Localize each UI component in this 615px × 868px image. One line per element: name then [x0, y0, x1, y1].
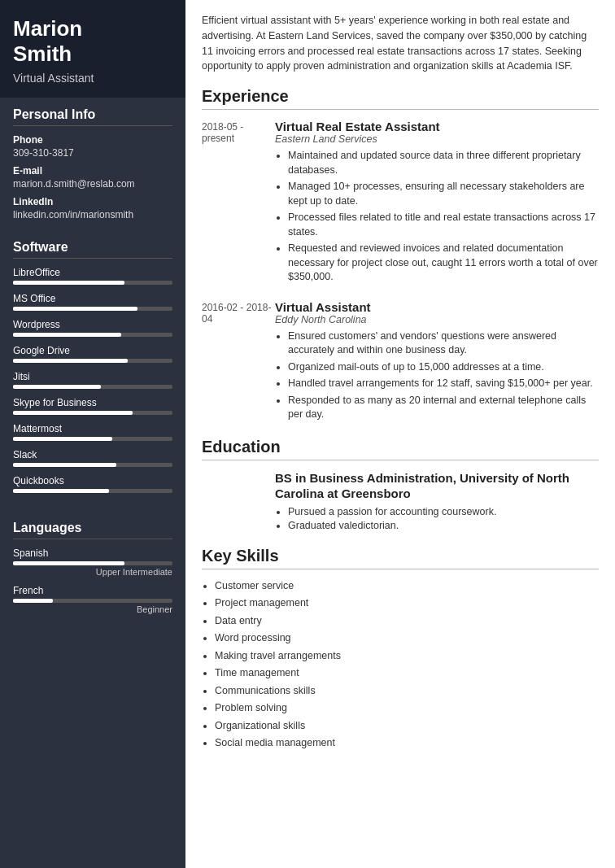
skill-bar-fill — [13, 411, 133, 415]
skill-bar-bg — [13, 307, 172, 311]
skill-item: Social media management — [215, 736, 599, 751]
exp-bullets: Ensured customers' and vendors' question… — [288, 329, 599, 422]
bullet-item: Managed 10+ processes, ensuring all nece… — [288, 180, 599, 208]
skill-bar-fill — [13, 437, 112, 441]
main-content: Efficient virtual assistant with 5+ year… — [185, 0, 615, 868]
skill-bar-fill — [13, 359, 128, 363]
skill-bar-bg — [13, 463, 172, 467]
skills-column: Customer serviceProject managementData e… — [202, 579, 599, 754]
skill-bar-fill — [13, 333, 121, 337]
exp-content: Virtual Real Estate Assistant Eastern La… — [275, 120, 599, 287]
experience-list: 2018-05 - present Virtual Real Estate As… — [202, 120, 599, 425]
exp-date: 2018-05 - present — [202, 120, 275, 287]
skill-bar-bg — [13, 489, 172, 493]
bullet-item: Graduated valedictorian. — [288, 520, 599, 531]
education-entry: BS in Business Administration, Universit… — [202, 470, 599, 534]
edu-content: BS in Business Administration, Universit… — [275, 470, 599, 534]
software-skill-item: Quickbooks — [13, 475, 172, 493]
bullet-item: Responded to as many as 20 internal and … — [288, 394, 599, 422]
skill-name: Slack — [13, 449, 172, 460]
skill-name: Quickbooks — [13, 475, 172, 486]
edu-date — [202, 470, 275, 534]
language-bar-bg — [13, 599, 172, 603]
exp-date: 2016-02 - 2018-04 — [202, 300, 275, 425]
language-item: French Beginner — [13, 585, 172, 614]
software-title: Software — [13, 240, 172, 259]
skill-bar-bg — [13, 281, 172, 285]
software-skill-item: Google Drive — [13, 345, 172, 363]
language-name: Spanish — [13, 547, 172, 559]
language-bar-bg — [13, 561, 172, 565]
software-skill-item: Wordpress — [13, 319, 172, 337]
phone-value: 309-310-3817 — [13, 147, 172, 159]
bullet-item: Processed files related to title and rea… — [288, 211, 599, 239]
exp-bullets: Maintained and updated source data in th… — [288, 149, 599, 285]
sidebar-header: Marion Smith Virtual Assistant — [0, 0, 185, 98]
skill-name: LibreOffice — [13, 267, 172, 278]
skill-bar-bg — [13, 359, 172, 363]
exp-company: Eddy North Carolina — [275, 314, 599, 325]
bullet-item: Maintained and updated source data in th… — [288, 149, 599, 177]
personal-info-title: Personal Info — [13, 107, 172, 126]
language-level: Upper Intermediate — [13, 567, 172, 577]
exp-job-title: Virtual Real Estate Assistant — [275, 120, 599, 133]
email-label: E-mail — [13, 165, 172, 177]
language-name: French — [13, 585, 172, 596]
candidate-name: Marion Smith — [13, 16, 172, 67]
skill-item: Data entry — [215, 614, 599, 629]
exp-company: Eastern Land Services — [275, 133, 599, 145]
skill-bar-fill — [13, 385, 101, 389]
bullet-item: Ensured customers' and vendors' question… — [288, 329, 599, 358]
skills-list: Customer serviceProject managementData e… — [202, 579, 599, 754]
software-section: Software LibreOffice MS Office Wordpress… — [0, 230, 185, 511]
software-skills-list: LibreOffice MS Office Wordpress Google D… — [13, 267, 172, 493]
education-section-title: Education — [202, 438, 599, 460]
skill-item: Time management — [215, 666, 599, 681]
experience-entry: 2016-02 - 2018-04 Virtual Assistant Eddy… — [202, 300, 599, 425]
skill-item: Project management — [215, 596, 599, 611]
bullet-item: Organized mail-outs of up to 15,000 addr… — [288, 360, 599, 375]
sidebar: Marion Smith Virtual Assistant Personal … — [0, 0, 185, 868]
skill-bar-bg — [13, 437, 172, 441]
skills-ul: Customer serviceProject managementData e… — [215, 579, 599, 751]
skill-name: Mattermost — [13, 423, 172, 434]
skill-item: Customer service — [215, 579, 599, 594]
skill-name: Google Drive — [13, 345, 172, 356]
software-skill-item: Slack — [13, 449, 172, 467]
skill-name: Jitsi — [13, 371, 172, 382]
linkedin-label: LinkedIn — [13, 196, 172, 207]
exp-job-title: Virtual Assistant — [275, 300, 599, 314]
skill-item: Communications skills — [215, 684, 599, 699]
skill-item: Word processing — [215, 631, 599, 646]
personal-info-section: Personal Info Phone 309-310-3817 E-mail … — [0, 98, 185, 230]
candidate-title: Virtual Assistant — [13, 72, 172, 85]
bullet-item: Pursued a passion for accounting coursew… — [288, 506, 599, 517]
skill-name: MS Office — [13, 293, 172, 304]
bullet-item: Requested and reviewed invoices and rela… — [288, 242, 599, 285]
software-skill-item: LibreOffice — [13, 267, 172, 285]
languages-section: Languages Spanish Upper Intermediate Fre… — [0, 511, 185, 632]
language-item: Spanish Upper Intermediate — [13, 547, 172, 577]
skill-bar-bg — [13, 411, 172, 415]
language-level: Beginner — [13, 604, 172, 614]
skill-bar-fill — [13, 489, 109, 493]
exp-content: Virtual Assistant Eddy North Carolina En… — [275, 300, 599, 425]
phone-label: Phone — [13, 134, 172, 146]
skill-bar-fill — [13, 463, 116, 467]
software-skill-item: Jitsi — [13, 371, 172, 389]
software-skill-item: Skype for Business — [13, 397, 172, 415]
language-bar-fill — [13, 561, 124, 565]
software-skill-item: Mattermost — [13, 423, 172, 441]
language-bar-fill — [13, 599, 53, 603]
skill-bar-fill — [13, 307, 137, 311]
languages-title: Languages — [13, 521, 172, 539]
education-list: BS in Business Administration, Universit… — [202, 470, 599, 534]
bullet-item: Handled travel arrangements for 12 staff… — [288, 377, 599, 391]
skill-bar-bg — [13, 385, 172, 389]
linkedin-value: linkedin.com/in/marionsmith — [13, 209, 172, 220]
experience-entry: 2018-05 - present Virtual Real Estate As… — [202, 120, 599, 287]
email-value: marion.d.smith@reslab.com — [13, 178, 172, 190]
languages-list: Spanish Upper Intermediate French Beginn… — [13, 547, 172, 614]
skills-section-title: Key Skills — [202, 547, 599, 569]
skill-name: Wordpress — [13, 319, 172, 330]
